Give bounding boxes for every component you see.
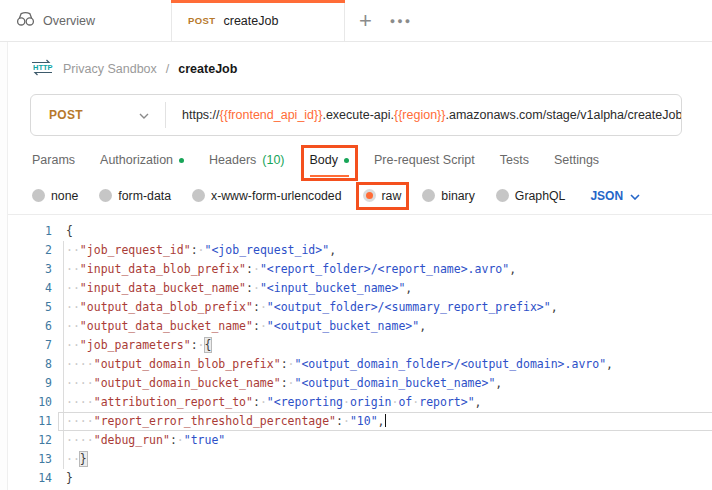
- radio-icon[interactable]: [422, 189, 435, 202]
- tab-body[interactable]: Body: [310, 142, 350, 178]
- editor-line[interactable]: 13··}: [8, 450, 712, 469]
- tab-tests[interactable]: Tests: [500, 142, 529, 178]
- request-section-tabs: ParamsAuthorizationHeaders(10)BodyPre-re…: [32, 142, 682, 178]
- tab-createjob[interactable]: POST createJob: [172, 0, 345, 41]
- collapsed-sidebar-rail: [0, 42, 8, 490]
- url-input[interactable]: https://{{frontend_api_id}}.execute-api.…: [166, 108, 681, 122]
- code-content[interactable]: ····"debug_run":·"true": [52, 431, 225, 450]
- binoculars-icon: [16, 11, 35, 30]
- editor-line[interactable]: 6··"output_data_bucket_name":·"<output_b…: [8, 317, 712, 336]
- code-content[interactable]: ··"job_request_id":·"<job_request_id>",: [52, 241, 336, 260]
- line-number: 4: [8, 279, 52, 298]
- code-content[interactable]: ····"output_domain_blob_prefix":·"<outpu…: [52, 355, 613, 374]
- tab-label: Body: [310, 153, 339, 167]
- request-bar: POST https://{{frontend_api_id}}.execute…: [30, 94, 682, 136]
- bodytype-form-data[interactable]: form-data: [99, 189, 171, 203]
- body-type-bar: noneform-datax-www-form-urlencodedrawbin…: [32, 181, 682, 210]
- method-selector[interactable]: POST: [31, 108, 165, 122]
- editor-line[interactable]: 3··"input_data_blob_prefix":·"<report_fo…: [8, 260, 712, 279]
- code-content[interactable]: ····"attribution_report_to":·"<reporting…: [52, 393, 482, 412]
- editor-line[interactable]: 1{: [8, 222, 712, 241]
- code-content[interactable]: ··}: [52, 450, 87, 469]
- radio-selected-icon[interactable]: [363, 189, 376, 202]
- more-options-icon[interactable]: ●●●: [390, 16, 412, 26]
- line-number: 7: [8, 336, 52, 355]
- bodytype-label: x-www-form-urlencoded: [211, 189, 342, 203]
- radio-icon[interactable]: [496, 189, 509, 202]
- line-number: 8: [8, 355, 52, 374]
- editor-line[interactable]: 8····"output_domain_blob_prefix":·"<outp…: [8, 355, 712, 374]
- chevron-down-icon: [139, 108, 149, 122]
- editor-line[interactable]: 14}: [8, 469, 712, 488]
- line-number: 5: [8, 298, 52, 317]
- bodytype-graphql[interactable]: GraphQL: [496, 189, 566, 203]
- editor-line[interactable]: 4··"input_data_bucket_name":·"<input_buc…: [8, 279, 712, 298]
- tab-settings[interactable]: Settings: [554, 142, 599, 178]
- editor-line[interactable]: 10····"attribution_report_to":·"<reporti…: [8, 393, 712, 412]
- breadcrumb-separator: /: [166, 62, 169, 76]
- editor-line[interactable]: 2··"job_request_id":·"<job_request_id>",: [8, 241, 712, 260]
- line-number: 2: [8, 241, 52, 260]
- tab-headers[interactable]: Headers(10): [209, 142, 284, 178]
- bodytype-label: form-data: [118, 189, 171, 203]
- tab-pre-request-script[interactable]: Pre-request Script: [374, 142, 475, 178]
- method-label: POST: [49, 108, 83, 122]
- code-content[interactable]: ····"report_error_threshold_percentage":…: [52, 412, 386, 431]
- editor-line[interactable]: 5··"output_data_blob_prefix":·"<output_f…: [8, 298, 712, 317]
- tab-label: Authorization: [100, 153, 173, 167]
- line-number: 1: [8, 222, 52, 241]
- url-text: .amazonaws.com/stage/v1alpha/createJob: [445, 108, 681, 122]
- tab-authorization[interactable]: Authorization: [100, 142, 184, 178]
- breadcrumb-request-name[interactable]: createJob: [178, 62, 237, 76]
- new-tab-button[interactable]: +: [359, 10, 372, 32]
- code-content[interactable]: ··"output_data_blob_prefix":·"<output_fo…: [52, 298, 558, 317]
- breadcrumb: HTTP Privacy Sandbox / createJob: [0, 42, 712, 92]
- tab-label: Headers: [209, 153, 256, 167]
- text-cursor: [385, 414, 387, 427]
- editor-line[interactable]: 12····"debug_run":·"true": [8, 431, 712, 450]
- tab-overview-label: Overview: [43, 14, 95, 28]
- tab-overview[interactable]: Overview: [0, 0, 172, 41]
- code-content[interactable]: }: [52, 469, 73, 488]
- line-number: 6: [8, 317, 52, 336]
- bodytype-label: binary: [441, 189, 475, 203]
- code-content[interactable]: ··"job_parameters":·{: [52, 336, 211, 355]
- svg-text:HTTP: HTTP: [33, 63, 53, 72]
- radio-icon[interactable]: [99, 189, 112, 202]
- editor-line[interactable]: 11····"report_error_threshold_percentage…: [8, 412, 712, 431]
- editor-line[interactable]: 7··"job_parameters":·{: [8, 336, 712, 355]
- bodytype-none[interactable]: none: [32, 189, 78, 203]
- line-number: 14: [8, 469, 52, 488]
- tab-label: Settings: [554, 153, 599, 167]
- tab-label: Params: [32, 153, 75, 167]
- code-content[interactable]: ··"input_data_blob_prefix":·"<report_fol…: [52, 260, 516, 279]
- bodytype-label: none: [51, 189, 78, 203]
- chevron-down-icon: [630, 189, 640, 203]
- breadcrumb-collection[interactable]: Privacy Sandbox: [63, 62, 157, 76]
- line-number: 3: [8, 260, 52, 279]
- line-number: 10: [8, 393, 52, 412]
- bodytype-label: GraphQL: [515, 189, 566, 203]
- tab-count-badge: (10): [262, 153, 284, 167]
- code-content[interactable]: ··"input_data_bucket_name":·"<input_buck…: [52, 279, 412, 298]
- radio-icon[interactable]: [192, 189, 205, 202]
- radio-icon[interactable]: [32, 189, 45, 202]
- language-label: JSON: [590, 189, 623, 203]
- code-content[interactable]: {: [52, 222, 73, 241]
- tab-params[interactable]: Params: [32, 142, 75, 178]
- editor-line[interactable]: 9····"output_domain_bucket_name":·"<outp…: [8, 374, 712, 393]
- bodytype-x-www-form-urlencoded[interactable]: x-www-form-urlencoded: [192, 189, 342, 203]
- tab-method-badge: POST: [188, 15, 215, 26]
- url-variable: {{frontend_api_id}}: [220, 108, 323, 122]
- workspace-tab-bar: Overview POST createJob + ●●●: [0, 0, 712, 42]
- bodytype-raw[interactable]: raw: [363, 189, 402, 203]
- code-content[interactable]: ····"output_domain_bucket_name":·"<outpu…: [52, 374, 502, 393]
- body-editor[interactable]: 1{2··"job_request_id":·"<job_request_id>…: [8, 215, 712, 488]
- code-content[interactable]: ··"output_data_bucket_name":·"<output_bu…: [52, 317, 426, 336]
- line-number: 13: [8, 450, 52, 469]
- line-number: 11: [8, 412, 52, 431]
- bodytype-binary[interactable]: binary: [422, 189, 475, 203]
- language-selector[interactable]: JSON: [590, 189, 640, 203]
- url-variable: {{region}}: [394, 108, 445, 122]
- url-text: https://: [182, 108, 220, 122]
